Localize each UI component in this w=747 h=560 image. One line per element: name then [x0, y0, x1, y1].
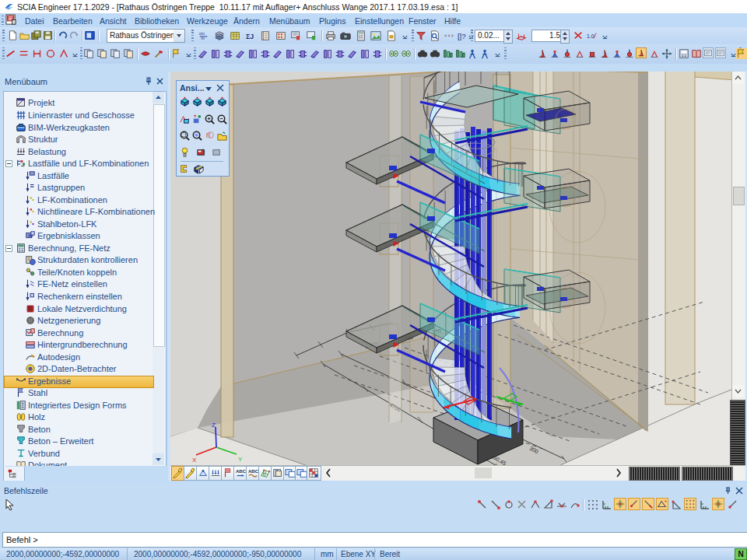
svg-text:1.0: 1.0 — [587, 33, 594, 39]
svg-text:[]?: []? — [458, 32, 466, 40]
svg-text:Y: Y — [238, 456, 243, 463]
svg-text:ΣJ: ΣJ — [246, 33, 254, 40]
svg-text:ABC: ABC — [248, 468, 258, 474]
svg-text:ABC: ABC — [236, 468, 246, 474]
svg-text:Z: Z — [212, 422, 216, 429]
svg-text:X: X — [192, 457, 197, 464]
svg-text:cm: cm — [199, 31, 205, 36]
